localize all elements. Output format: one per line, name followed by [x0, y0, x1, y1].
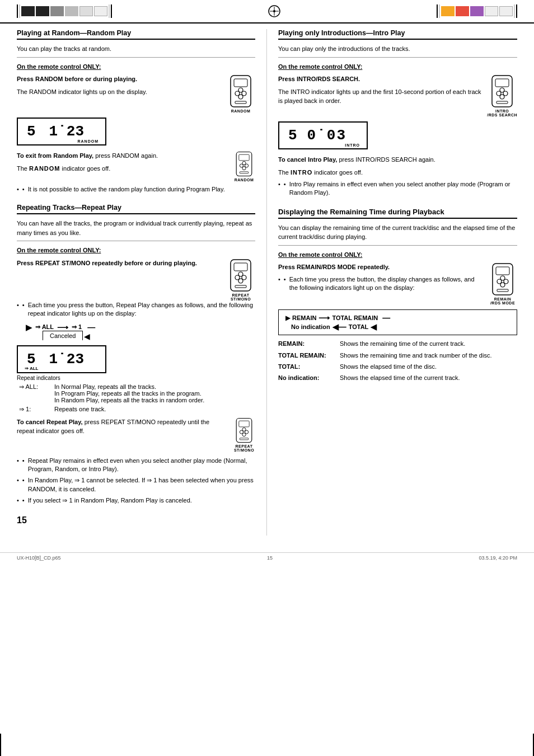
- svg-rect-12: [239, 154, 249, 161]
- svg-point-3: [273, 10, 275, 12]
- intro-cancel-group: To cancel Intro Play, press INTRO/RDS SE…: [278, 155, 517, 177]
- intro-remote-icon: INTRO/RDS SEARCH: [487, 74, 517, 117]
- random-bullet: • It is not possible to active the rando…: [17, 185, 255, 194]
- random-play-intro: You can play the tracks at random.: [17, 44, 255, 54]
- intro-display-right: 0˙03: [307, 127, 346, 144]
- remain-remote-only: On the remote control ONLY:: [278, 250, 517, 260]
- right-column: Playing only Introductions—Intro Play Yo…: [267, 29, 517, 536]
- flow-back-arrow: ◀: [84, 332, 90, 341]
- random-display-container: 5 1˙23 RANDOM: [17, 118, 255, 145]
- top-bar: [0, 0, 534, 24]
- repeat-bullet-2: • In Random Play, ⇒ 1 cannot be selected…: [17, 476, 255, 494]
- intro-cancel-text: To cancel Intro Play,: [278, 156, 337, 163]
- remain-value-total: Shows the elapsed time of the disc.: [340, 363, 517, 371]
- repeat-1-item: ⇒ 1: Repeats one track.: [19, 406, 255, 413]
- remain-label-total: TOTAL:: [278, 363, 340, 371]
- repeat-flow-diagram: ▶ ⇒ ALL ⟶ ⇒ 1 — Canceled ◀: [26, 323, 255, 341]
- repeat-play-intro: You can have all the tracks, the program…: [17, 219, 255, 237]
- intro-desc: The INTRO indicator lights up and the fi…: [278, 87, 517, 106]
- remain-label-total-remain: TOTAL REMAIN:: [278, 351, 340, 360]
- random-play-title: Playing at Random—Random Play: [17, 29, 255, 40]
- svg-rect-40: [496, 267, 509, 275]
- left-column: Playing at Random—Random Play You can pl…: [17, 29, 267, 536]
- repeat-display-container: 5 1˙23 ⇒ ALL Repeat indicators: [17, 345, 255, 381]
- remain-subtitle: Press REMAIN/RDS MODE repeatedly.: [278, 262, 517, 272]
- svg-point-23: [238, 279, 243, 283]
- random-play-section: Playing at Random—Random Play You can pl…: [17, 29, 255, 194]
- remain-time-intro: You can display the remaining time of th…: [278, 223, 517, 242]
- intro-bullet: • Intro Play remains in effect even when…: [278, 180, 517, 198]
- remain-remote-icon: REMAIN/RDS MODE: [488, 262, 517, 305]
- svg-rect-18: [231, 260, 251, 291]
- repeat-play-section: Repeating Tracks—Repeat Play You can hav…: [17, 204, 255, 525]
- footer-center: 15: [267, 555, 273, 561]
- footer: UX-H10[B]_CD.p65 15 03.5.19, 4:20 PM: [0, 552, 534, 563]
- svg-point-30: [242, 433, 246, 436]
- total-remain-label: TOTAL REMAIN: [332, 314, 378, 321]
- intro-display-sublabel: INTRO: [345, 143, 360, 147]
- svg-rect-45: [497, 289, 508, 292]
- svg-rect-31: [240, 438, 248, 439]
- flow-canceled: Canceled: [43, 331, 83, 340]
- repeat-main-bullet: • Each time you press the button, Repeat…: [17, 301, 255, 318]
- remain-label-remain: REMAIN:: [278, 340, 340, 348]
- svg-rect-19: [234, 263, 247, 271]
- remain-row-total-remain: TOTAL REMAIN: Shows the remaining time a…: [278, 351, 517, 360]
- intro-remote-only: On the remote control ONLY:: [278, 62, 517, 72]
- random-display-left: 5: [27, 123, 36, 140]
- remain-label: REMAIN: [292, 314, 316, 321]
- random-exit-desc: press RANDOM again.: [95, 152, 158, 159]
- intro-play-section: Playing only Introductions—Intro Play Yo…: [278, 29, 517, 198]
- top-right-decoration: [437, 4, 517, 18]
- remain-back-arrow2: ◀: [371, 322, 377, 331]
- repeat-cancel-remote-icon: REPEATST/MONO: [233, 417, 255, 452]
- svg-point-37: [500, 95, 504, 99]
- repeat-cancel-label: REPEATST/MONO: [233, 444, 255, 452]
- random-display-right: 1˙23: [49, 123, 84, 140]
- remain-info-table: REMAIN: Shows the remaining time of the …: [278, 340, 517, 383]
- svg-rect-5: [234, 79, 247, 87]
- total-label: TOTAL: [349, 323, 369, 330]
- random-remote-icon: RANDOM: [226, 74, 255, 113]
- random-desc: The RANDOM indicator lights up on the di…: [17, 87, 255, 97]
- intro-display-left: 5: [288, 127, 297, 144]
- svg-rect-33: [495, 79, 509, 87]
- page-content: Playing at Random—Random Play You can pl…: [0, 24, 534, 547]
- bottom-border-left: [0, 734, 1, 756]
- repeat-bullet-3: • If you select ⇒ 1 in Random Play, Rand…: [17, 496, 255, 505]
- footer-right: 03.5.19, 4:20 PM: [479, 555, 517, 561]
- repeat-cancel-group: REPEATST/MONO To cancel Repeat Play, pre…: [17, 417, 255, 452]
- random-exit-remote-icon: RANDOM: [233, 151, 255, 182]
- intro-bullet-text: Intro Play remains in effect even when y…: [289, 180, 517, 198]
- random-remote-group: RANDOM Press RANDOM before or during pla…: [17, 74, 255, 113]
- repeat-remote-label: REPEATST/MONO: [226, 293, 255, 301]
- remain-remote-label: REMAIN/RDS MODE: [488, 297, 517, 305]
- svg-rect-32: [492, 76, 512, 107]
- intro-display-container: 5 0˙03 INTRO: [278, 121, 517, 149]
- svg-rect-11: [236, 152, 252, 176]
- remain-dash: —: [382, 313, 390, 322]
- svg-rect-39: [493, 264, 513, 295]
- remain-row-remain: REMAIN: Shows the remaining time of the …: [278, 340, 517, 348]
- random-subtitle: Press RANDOM before or during playing.: [17, 74, 255, 84]
- random-bullet-text: It is not possible to active the random …: [28, 185, 225, 194]
- random-exit-label: RANDOM: [233, 178, 255, 182]
- intro-play-title: Playing only Introductions—Intro Play: [278, 29, 517, 40]
- remain-value-remain: Shows the remaining time of the current …: [340, 340, 517, 348]
- repeat-remote-icon: REPEATST/MONO: [226, 259, 255, 301]
- flow-arrow3: —: [87, 323, 95, 332]
- repeat-remote-only: On the remote control ONLY:: [17, 246, 255, 255]
- repeat-cancel-text: To cancel Repeat Play,: [17, 419, 83, 425]
- svg-point-29: [242, 428, 246, 431]
- repeat-remote-group: REPEATST/MONO Press REPEAT ST/MONO repea…: [17, 259, 255, 301]
- repeat-display-left: 5: [27, 351, 36, 368]
- repeat-play-title: Repeating Tracks—Repeat Play: [17, 204, 255, 214]
- svg-rect-38: [496, 101, 508, 104]
- repeat-bullet-1: • Repeat Play remains in effect even whe…: [17, 457, 255, 474]
- remain-value-total-remain: Shows the remaining time and track numbe…: [340, 351, 517, 360]
- remain-arrow-right1: ▶: [285, 314, 290, 322]
- svg-point-22: [238, 272, 243, 276]
- repeat-display-right: 1˙23: [49, 351, 84, 368]
- random-exit-text: To exit from Random Play,: [17, 152, 93, 159]
- svg-point-16: [242, 167, 246, 170]
